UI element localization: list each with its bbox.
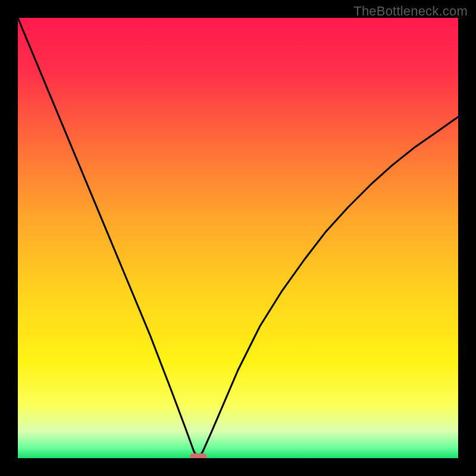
bottleneck-chart xyxy=(18,18,458,458)
chart-background xyxy=(18,18,458,458)
chart-frame: TheBottleneck.com xyxy=(0,0,476,476)
minimum-marker xyxy=(190,453,206,458)
watermark-text: TheBottleneck.com xyxy=(353,4,468,19)
